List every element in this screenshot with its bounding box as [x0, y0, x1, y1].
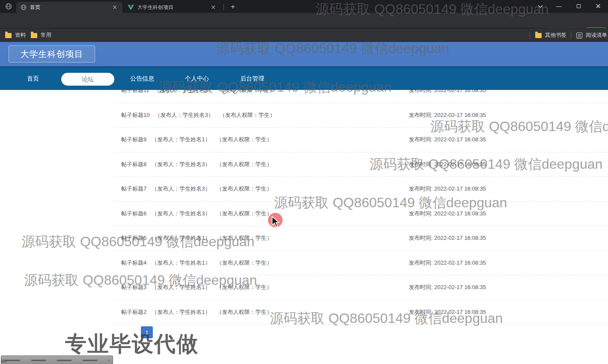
post-permission: （发布人权限：学生）: [216, 309, 272, 315]
post-time: 发布时间:2022-02-17 16:08:35: [407, 185, 486, 193]
post-permission: （发布人权限：学生）: [216, 136, 272, 143]
minimize-button[interactable]: —: [549, 0, 569, 13]
post-row: 帖子标题10（发布人：学生姓名3）（发布人权限：学生） 发布时间:2022-02…: [113, 103, 608, 128]
post-row: 帖子标题5（发布人：学生姓名1）（发布人权限：学生） 发布时间:2022-02-…: [113, 226, 608, 251]
post-row: 帖子标题4（发布人：学生姓名1）（发布人权限：学生） 发布时间:2022-02-…: [113, 251, 608, 276]
post-permission: （发布人权限：学生）: [220, 112, 275, 118]
nav-item-forum[interactable]: 论坛: [61, 73, 114, 86]
background-window-fragment: [1, 355, 113, 364]
browser-titlebar: 首页 ✕ 大学生科创项目 ✕ + — ✕: [0, 0, 608, 13]
nav-item-home[interactable]: 首页: [22, 67, 44, 91]
post-time: 发布时间:2022-02-17 16:08:35: [407, 308, 486, 316]
browser-tab-home[interactable]: 首页 ✕: [16, 2, 122, 13]
reading-list-icon: [576, 33, 582, 39]
post-title[interactable]: 帖子标题10: [121, 112, 149, 118]
post-publisher: （发布人：学生姓名3）: [152, 210, 210, 217]
post-title[interactable]: 帖子标题2: [121, 309, 146, 315]
browser-tab-vue[interactable]: 大学生科创项目 ✕: [123, 2, 221, 13]
bookmark-folder[interactable]: 常用: [31, 32, 51, 39]
post-title[interactable]: 帖子标题6: [121, 210, 146, 217]
other-bookmarks-button[interactable]: 其他书签: [535, 32, 566, 39]
nav-item-announcements[interactable]: 公告信息: [127, 67, 157, 91]
big-watermark: 专业毕设代做: [65, 330, 199, 358]
post-row: 帖子标题6（发布人：学生姓名3）（发布人权限：学生） 发布时间:2022-02-…: [113, 202, 608, 227]
post-title[interactable]: 帖子标题8: [121, 161, 146, 167]
post-row: 帖子标题7（发布人：学生姓名3）（发布人权限：学生） 发布时间:2022-02-…: [113, 177, 608, 202]
post-title[interactable]: 帖子标题3: [121, 284, 146, 290]
post-publisher: （发布人：学生姓名1）: [152, 235, 210, 241]
nav-item-profile[interactable]: 个人中心: [182, 67, 212, 91]
post-permission: （发布人权限：学生）: [216, 284, 272, 290]
post-permission: （发布人权限：学生）: [216, 235, 272, 241]
bookmark-folder[interactable]: 资料: [5, 32, 26, 39]
post-title[interactable]: 帖子标题7: [121, 185, 146, 192]
post-permission: （发布人权限：学生）: [216, 185, 272, 192]
post-publisher: （发布人：学生姓名1）: [152, 309, 210, 315]
post-publisher: （发布人：学生姓名1）: [152, 136, 210, 143]
maximize-button[interactable]: [569, 0, 588, 13]
folder-icon: [535, 33, 542, 38]
post-time: 发布时间:2022-02-17 16:08:35: [407, 111, 486, 119]
site-nav: 首页 论坛 公告信息 个人中心 后台管理: [0, 66, 608, 90]
bookmarks-bar: 资料 常用 其他书签 阅读清单: [0, 28, 608, 42]
post-row: 帖子标题3（发布人：学生姓名1）（发布人权限：学生） 发布时间:2022-02-…: [113, 275, 608, 300]
new-tab-button[interactable]: +: [228, 2, 238, 12]
post-time: 发布时间:2022-02-17 16:08:35: [407, 210, 486, 218]
post-time: 发布时间:2022-02-17 16:08:35: [407, 136, 486, 143]
post-row: 帖子标题9（发布人：学生姓名1）（发布人权限：学生） 发布时间:2022-02-…: [113, 128, 608, 152]
site-title: 大学生科创项目: [9, 45, 95, 63]
post-time: 发布时间:2022-02-17 16:08:35: [407, 283, 486, 291]
tab-close-icon[interactable]: ✕: [111, 4, 118, 11]
post-permission: （发布人权限：学生）: [216, 161, 272, 167]
vue-logo-icon: [128, 5, 134, 10]
post-time: 发布时间:2022-02-17 16:08:35: [407, 259, 486, 267]
pagination-page-1[interactable]: 1: [141, 326, 153, 338]
post-publisher: （发布人：学生姓名3）: [152, 161, 210, 167]
globe-icon: [21, 4, 27, 10]
post-publisher: （发布人：学生姓名1）: [152, 260, 210, 266]
tab-close-icon[interactable]: ✕: [210, 4, 217, 11]
browser-toolbar: ← → localhost:8080/daxueshengkechuangxia…: [0, 13, 608, 28]
forum-post-list: 帖子标题11（发布人：学生姓名3）（发布人权限：学生） 发布时间:2022-02…: [113, 78, 608, 325]
pagination: 1: [141, 326, 153, 338]
corner-text: jav: [1, 358, 7, 363]
post-permission: （发布人权限：学生）: [216, 210, 272, 217]
post-row: 帖子标题2（发布人：学生姓名1）（发布人权限：学生） 发布时间:2022-02-…: [113, 300, 608, 325]
post-publisher: （发布人：学生姓名3）: [155, 112, 213, 118]
post-publisher: （发布人：学生姓名3）: [152, 185, 210, 192]
tab-divider: [224, 4, 224, 10]
tab-search-chevron-icon[interactable]: [532, 0, 549, 13]
site-header: 大学生科创项目: [0, 42, 608, 66]
post-permission: （发布人权限：学生）: [216, 260, 272, 266]
post-title[interactable]: 帖子标题4: [121, 260, 146, 266]
post-title[interactable]: 帖子标题9: [121, 136, 146, 143]
screen: { "browser": { "tabs": [ { "title": "首页"…: [0, 0, 608, 364]
close-button[interactable]: ✕: [588, 0, 608, 13]
separator: [571, 32, 571, 39]
post-time: 发布时间:2022-02-17 16:08:35: [407, 234, 486, 242]
folder-icon: [31, 33, 37, 38]
post-publisher: （发布人：学生姓名1）: [152, 284, 210, 290]
post-row: 帖子标题8（发布人：学生姓名3）（发布人权限：学生） 发布时间:2022-02-…: [113, 152, 608, 177]
tab-title: 首页: [30, 4, 111, 11]
post-time: 发布时间:2022-02-17 16:08:35: [407, 161, 486, 168]
post-title[interactable]: 帖子标题5: [121, 235, 146, 241]
separator: [530, 32, 530, 39]
reading-list-button[interactable]: 阅读清单: [576, 32, 607, 39]
folder-icon: [5, 33, 12, 38]
tab-title: 大学生科创项目: [137, 4, 210, 11]
window-globe-icon: [5, 3, 12, 10]
nav-item-admin[interactable]: 后台管理: [237, 67, 267, 91]
